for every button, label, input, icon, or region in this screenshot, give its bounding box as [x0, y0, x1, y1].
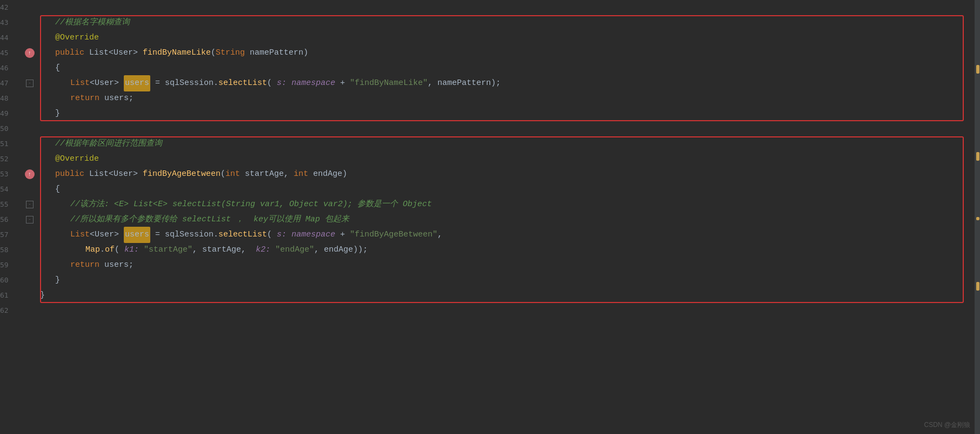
code-text — [286, 76, 291, 91]
code-line: List<User> users = sqlSession.selectList… — [40, 76, 975, 91]
comment: //根据年龄区间进行范围查询 — [55, 136, 162, 152]
param-name: namespace — [291, 76, 335, 91]
gutter-row — [23, 152, 37, 167]
code-text: } — [40, 288, 45, 303]
line-number: 55 — [0, 197, 9, 212]
code-text: , namePattern); — [428, 76, 501, 91]
param-label: s: — [277, 76, 286, 91]
gutter-row — [23, 242, 37, 258]
keyword: int — [225, 167, 240, 182]
code-area[interactable]: //根据名字模糊查询@Overridepublic List<User> fin… — [37, 0, 975, 434]
line-number-row: 47 — [0, 76, 19, 91]
code-line — [40, 303, 975, 318]
string-literal: "findByNameLike" — [350, 76, 428, 91]
line-number: 53 — [0, 167, 9, 182]
code-text: , startAge, — [192, 242, 256, 258]
gutter-area: ↑-↑-- — [23, 0, 37, 434]
fold-icon[interactable]: - — [26, 216, 34, 223]
method-name: of — [105, 242, 115, 258]
code-text: List<User> — [84, 45, 143, 61]
annotation: @Override — [55, 30, 99, 45]
code-text: { — [55, 182, 60, 197]
code-text: ( — [267, 76, 277, 91]
code-text: ( — [221, 167, 225, 182]
code-line: Map.of( k1: "startAge", startAge, k2: "e… — [40, 242, 975, 258]
editor-container: 4243444546474849505152535455565758596061… — [0, 0, 980, 434]
breakpoint-indicator[interactable]: ↑ — [25, 48, 35, 58]
code-line: @Override — [40, 30, 975, 45]
highlighted-var: users — [124, 75, 150, 91]
code-text: <User> — [90, 76, 124, 91]
keyword: List — [70, 227, 90, 242]
code-line: //根据年龄区间进行范围查询 — [40, 136, 975, 152]
line-number-row: 53 — [0, 167, 19, 182]
gutter-row — [23, 288, 37, 303]
keyword: public — [55, 167, 84, 182]
param-label: s: — [277, 227, 286, 242]
gutter-row — [23, 30, 37, 45]
gutter-row — [23, 258, 37, 273]
scrollbar[interactable] — [975, 0, 980, 434]
line-number: 51 — [0, 136, 9, 152]
code-line: //所以如果有多个参数要传给 selectList ， key可以使用 Map … — [40, 212, 975, 227]
code-line: //该方法: <E> List<E> selectList(String var… — [40, 197, 975, 212]
line-number-row: 48 — [0, 91, 19, 106]
line-number-row: 43 — [0, 15, 19, 30]
code-text — [270, 242, 275, 258]
gutter-row — [23, 15, 37, 30]
code-line: //根据名字模糊查询 — [40, 15, 975, 30]
line-number: 60 — [0, 273, 9, 288]
line-number: 56 — [0, 212, 9, 227]
breakpoint-arrow: ↑ — [28, 172, 31, 177]
code-line: public List<User> findByAgeBetween(int s… — [40, 167, 975, 182]
line-number: 54 — [0, 182, 9, 197]
fold-icon[interactable]: - — [26, 80, 34, 87]
code-line — [40, 0, 975, 15]
code-line: return users; — [40, 258, 975, 273]
breakpoint-arrow: ↑ — [28, 50, 31, 56]
string-literal: "startAge" — [144, 242, 192, 258]
line-number-row: 57 — [0, 227, 19, 242]
code-line: List<User> users = sqlSession.selectList… — [40, 227, 975, 242]
gutter-row — [23, 273, 37, 288]
line-number: 42 — [0, 0, 9, 15]
gutter-row: ↑ — [23, 167, 37, 182]
watermark: CSDN @金刚狼 — [924, 420, 970, 430]
line-number: 61 — [0, 288, 9, 303]
string-literal: "findByAgeBetween" — [350, 227, 437, 242]
line-number: 57 — [0, 227, 9, 242]
gutter-row — [23, 121, 37, 136]
gutter-row: - — [23, 197, 37, 212]
line-number: 46 — [0, 61, 9, 76]
gutter-row — [23, 91, 37, 106]
breakpoint-indicator[interactable]: ↑ — [25, 169, 35, 179]
code-text: . — [100, 242, 105, 258]
line-number-row: 54 — [0, 182, 19, 197]
code-text — [286, 227, 291, 242]
code-line: public List<User> findByNameLike(String … — [40, 45, 975, 61]
param-label: k1: — [124, 242, 139, 258]
code-line: return users; — [40, 91, 975, 106]
code-text: { — [55, 61, 60, 76]
line-number-row: 56 — [0, 212, 19, 227]
gutter-row: - — [23, 76, 37, 91]
line-number-row: 52 — [0, 152, 19, 167]
code-line: { — [40, 182, 975, 197]
code-text — [139, 242, 144, 258]
method-name: selectList — [218, 227, 267, 242]
code-text: + — [335, 76, 350, 91]
line-number: 44 — [0, 30, 9, 45]
fold-icon[interactable]: - — [26, 201, 34, 208]
line-number: 50 — [0, 121, 9, 136]
code-line — [40, 121, 975, 136]
code-text: } — [55, 273, 60, 288]
line-number: 48 — [0, 91, 9, 106]
annotation: @Override — [55, 152, 99, 167]
code-text: startAge, — [240, 167, 294, 182]
scroll-marker — [976, 65, 979, 74]
line-number-row: 55 — [0, 197, 19, 212]
code-text: ( — [211, 45, 216, 61]
code-text: <User> — [90, 227, 124, 242]
method-name: findByNameLike — [143, 45, 211, 61]
line-number-row: 42 — [0, 0, 19, 15]
